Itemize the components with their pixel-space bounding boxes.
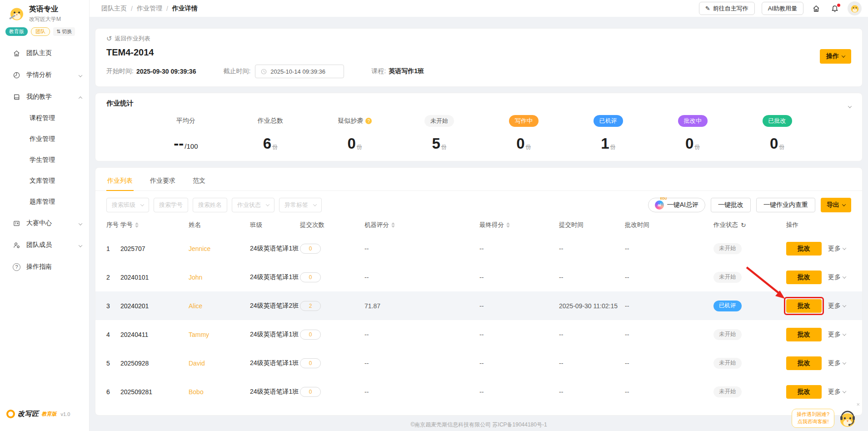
table-header: 序号 学号 姓名 班级 提交次数 机器评分 最终得分 提交时间 批改时间 作业状…: [95, 216, 862, 234]
sidebar-item-my-teaching[interactable]: 我的教学: [0, 86, 89, 108]
stat-label: 写作中 ?: [509, 115, 539, 127]
submit-count-pill[interactable]: 0: [300, 330, 321, 340]
mascot-logo-icon: [7, 5, 25, 23]
filter-status-select[interactable]: 作业状态: [232, 198, 274, 212]
col-student-id[interactable]: 学号: [120, 221, 189, 229]
stat-item: 未开始 ? 5份: [397, 115, 482, 151]
cell-student-name[interactable]: David: [189, 360, 250, 367]
stat-value: 1份: [601, 136, 615, 151]
submit-count-pill[interactable]: 0: [300, 387, 321, 397]
cell-student-id: 202509281: [120, 388, 189, 396]
search-name-input[interactable]: 搜索姓名: [193, 198, 227, 212]
sidebar-item-student-management[interactable]: 学生管理: [0, 150, 89, 170]
filter-anomaly-select[interactable]: 异常标签: [279, 198, 322, 212]
avatar[interactable]: [848, 1, 862, 15]
submit-count-pill[interactable]: 0: [300, 272, 321, 282]
start-time-label: 开始时间:: [106, 67, 134, 75]
assignment-list-card: 作业列表 作业要求 范文 搜索班级 搜索学号 搜索姓名 作业状态 异常标签 ai: [95, 167, 863, 416]
annotation-box: 批改: [784, 240, 824, 258]
col-final-score[interactable]: 最终得分: [479, 221, 559, 229]
back-icon: ↺: [106, 35, 112, 43]
refresh-status-icon[interactable]: ↻: [741, 221, 746, 229]
close-icon[interactable]: ×: [856, 401, 860, 408]
cell-student-name[interactable]: Alice: [189, 302, 250, 310]
cell-student-name[interactable]: John: [189, 274, 250, 281]
stat-suffix: 份: [272, 144, 278, 150]
notifications-button[interactable]: [829, 5, 841, 13]
go-write-button[interactable]: ✎ 前往自主写作: [699, 2, 755, 15]
sidebar-item-contest-center[interactable]: 大赛中心: [0, 212, 89, 234]
back-to-list-link[interactable]: ↺ 返回作业列表: [106, 35, 150, 43]
tab-assignment-list[interactable]: 作业列表: [106, 173, 134, 191]
sort-icon[interactable]: [135, 222, 139, 228]
avatar-mascot-icon: [849, 3, 860, 14]
app-root: 英语专业 改写匠大学M 教育版 团队 ⇅切换 团队主页 学情分析 我的教学: [0, 0, 868, 431]
breadcrumb-team-home[interactable]: 团队主页: [101, 5, 127, 13]
table-row: 3 20240201 Alice 24级英语笔译2班 2 71.87 -- 20…: [95, 291, 862, 320]
grade-button[interactable]: 批改: [786, 328, 822, 341]
sidebar-item-question-bank[interactable]: 题库管理: [0, 191, 89, 212]
col-machine-score[interactable]: 机器评分: [364, 221, 479, 229]
sidebar-item-label: 大赛中心: [26, 219, 52, 227]
grade-button[interactable]: 批改: [786, 242, 822, 256]
bulk-plagiarism-check-button[interactable]: 一键作业内查重: [756, 198, 815, 212]
export-button[interactable]: 导出: [821, 198, 851, 212]
cell-student-name[interactable]: Bobo: [189, 388, 250, 396]
support-mascot-icon[interactable]: [837, 407, 858, 429]
cell-machine-score: --: [364, 331, 479, 338]
table-row: 4 20240411 Tammy 24级英语笔译1班 0 -- -- -- --…: [95, 320, 862, 349]
filter-class-select[interactable]: 搜索班级: [106, 198, 149, 212]
sidebar-item-team-home[interactable]: 团队主页: [0, 42, 89, 64]
deadline-input[interactable]: 2025-10-14 09:39:36: [255, 65, 344, 78]
cell-review-time: --: [625, 274, 713, 281]
submit-count-pill[interactable]: 2: [300, 301, 321, 311]
search-student-id-input[interactable]: 搜索学号: [154, 198, 188, 212]
breadcrumb-assignment-management[interactable]: 作业管理: [137, 5, 162, 13]
more-button[interactable]: 更多: [828, 359, 846, 367]
cell-final-score: --: [479, 274, 559, 281]
ai-usage-button[interactable]: AI助教用量: [762, 2, 803, 15]
sidebar-item-guide[interactable]: ? 操作指南: [0, 256, 89, 278]
more-button[interactable]: 更多: [828, 388, 846, 396]
bulk-ai-review-button[interactable]: ai EDU 一键AI总评: [648, 198, 705, 212]
toolbar: 搜索班级 搜索学号 搜索姓名 作业状态 异常标签 ai EDU 一键AI总评 一…: [95, 191, 862, 212]
topbar-actions: ✎ 前往自主写作 AI助教用量: [699, 1, 862, 15]
operation-button[interactable]: 操作: [820, 49, 851, 64]
sort-icon[interactable]: [391, 222, 395, 228]
cell-class: 24级英语笔译1班: [250, 273, 300, 281]
more-button[interactable]: 更多: [828, 331, 846, 339]
stat-label: 疑似抄袭 ?: [338, 115, 372, 127]
row-actions: 批改 更多: [786, 299, 862, 313]
tab-assignment-requirements[interactable]: 作业要求: [149, 173, 176, 190]
collapse-stats-button[interactable]: [848, 102, 851, 110]
switch-workspace-button[interactable]: ⇅切换: [53, 27, 75, 36]
team-badge[interactable]: 团队: [31, 27, 50, 36]
grade-button[interactable]: 批改: [786, 385, 822, 399]
submit-count-pill[interactable]: 0: [300, 358, 321, 368]
cell-student-name[interactable]: Jennice: [189, 245, 250, 252]
help-icon[interactable]: ?: [365, 118, 372, 124]
cell-final-score: --: [479, 302, 559, 310]
sidebar-item-team-members[interactable]: 团队成员: [0, 234, 89, 256]
chat-bubble[interactable]: 操作遇到困难? 点我咨询客服!: [792, 409, 834, 428]
grade-button[interactable]: 批改: [786, 299, 822, 313]
bulk-grade-button[interactable]: 一键批改: [711, 198, 751, 212]
cell-review-time: --: [625, 245, 713, 252]
breadcrumb-separator: /: [166, 5, 168, 12]
home-button[interactable]: [810, 5, 822, 13]
tab-sample-essay[interactable]: 范文: [192, 173, 206, 190]
sidebar-item-library-management[interactable]: 文库管理: [0, 170, 89, 191]
submit-count-pill[interactable]: 0: [300, 244, 321, 254]
stat-item: 疑似抄袭 ? 0份: [313, 115, 397, 151]
workspace-titles: 英语专业 改写匠大学M: [29, 5, 61, 23]
cell-student-name[interactable]: Tammy: [189, 331, 250, 338]
grade-button[interactable]: 批改: [786, 271, 822, 284]
more-button[interactable]: 更多: [828, 273, 846, 281]
sidebar-item-course-management[interactable]: 课程管理: [0, 108, 89, 129]
more-button[interactable]: 更多: [828, 302, 846, 310]
sort-icon[interactable]: [506, 222, 510, 228]
sidebar-item-assignment-management[interactable]: 作业管理: [0, 129, 89, 150]
more-button[interactable]: 更多: [828, 245, 846, 253]
grade-button[interactable]: 批改: [786, 356, 822, 370]
sidebar-item-learning-analysis[interactable]: 学情分析: [0, 64, 89, 86]
